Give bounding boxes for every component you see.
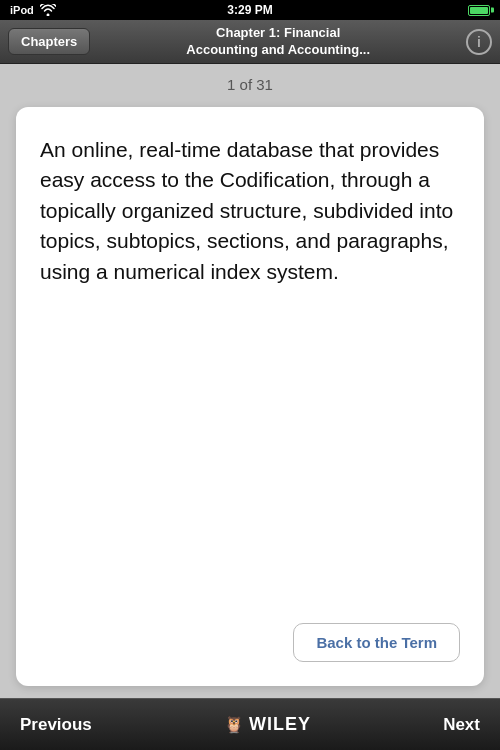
info-button[interactable]: i bbox=[466, 29, 492, 55]
battery-fill bbox=[470, 7, 488, 14]
status-left: iPod bbox=[10, 4, 56, 16]
nav-title: Chapter 1: Financial Accounting and Acco… bbox=[90, 25, 466, 59]
nav-title-line1: Chapter 1: Financial bbox=[216, 25, 340, 40]
battery-icon bbox=[468, 5, 490, 16]
nav-bar: Chapters Chapter 1: Financial Accounting… bbox=[0, 20, 500, 64]
content-area: 1 of 31 An online, real-time database th… bbox=[0, 64, 500, 698]
wifi-icon bbox=[40, 4, 56, 16]
status-time: 3:29 PM bbox=[227, 3, 272, 17]
bottom-bar: Previous 🦉 WILEY Next bbox=[0, 698, 500, 750]
definition-card: An online, real-time database that provi… bbox=[16, 107, 484, 686]
wiley-label: WILEY bbox=[249, 714, 311, 735]
next-button[interactable]: Next bbox=[423, 699, 500, 750]
wiley-owl-icon: 🦉 bbox=[224, 715, 245, 734]
page-indicator: 1 of 31 bbox=[227, 76, 273, 93]
status-right bbox=[468, 5, 490, 16]
back-to-term-button[interactable]: Back to the Term bbox=[293, 623, 460, 662]
previous-button[interactable]: Previous bbox=[0, 699, 112, 750]
status-bar: iPod 3:29 PM bbox=[0, 0, 500, 20]
chapters-button[interactable]: Chapters bbox=[8, 28, 90, 55]
definition-text: An online, real-time database that provi… bbox=[40, 135, 460, 287]
wiley-logo: 🦉 WILEY bbox=[224, 714, 311, 735]
device-label: iPod bbox=[10, 4, 34, 16]
nav-title-line2: Accounting and Accounting... bbox=[186, 42, 370, 57]
